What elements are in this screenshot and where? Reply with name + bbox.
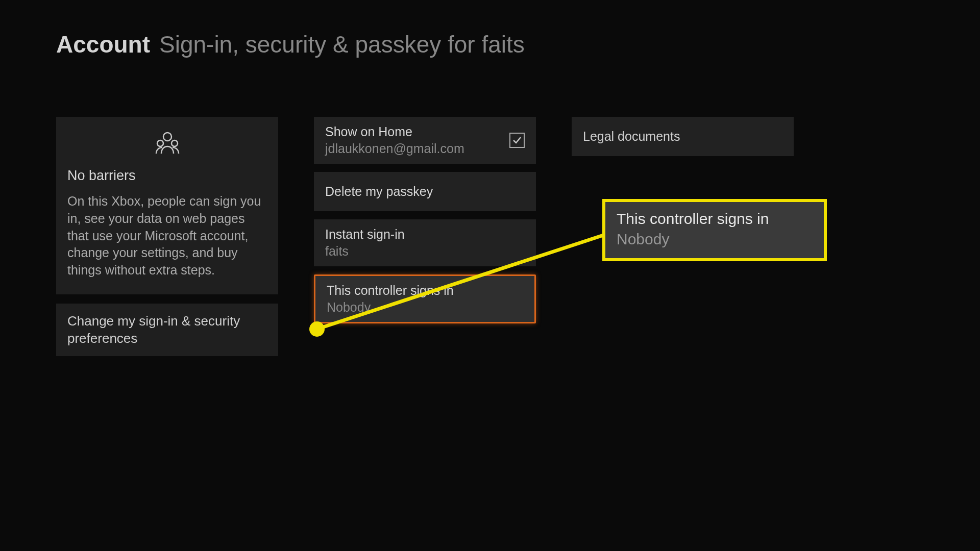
controller-signs-in-button[interactable]: This controller signs in Nobody <box>314 274 536 323</box>
controller-signs-in-title: This controller signs in <box>327 283 454 298</box>
show-on-home-checkbox[interactable] <box>509 133 525 148</box>
callout-box: This controller signs in Nobody <box>602 199 827 261</box>
callout-title: This controller signs in <box>617 210 813 228</box>
column-info: No barriers On this Xbox, people can sig… <box>56 117 278 356</box>
header-section: Account <box>56 31 150 58</box>
page-header: Account Sign-in, security & passkey for … <box>0 0 980 58</box>
people-icon <box>67 131 267 158</box>
instant-signin-sub: faits <box>325 244 405 259</box>
controller-signs-in-sub: Nobody <box>327 300 454 315</box>
info-card: No barriers On this Xbox, people can sig… <box>56 117 278 294</box>
svg-point-1 <box>157 140 163 146</box>
column-options: Show on Home jdlaukkonen@gmail.com Delet… <box>314 117 536 356</box>
delete-passkey-title: Delete my passkey <box>325 184 433 199</box>
header-subtitle: Sign-in, security & passkey for faits <box>159 31 525 58</box>
svg-point-2 <box>172 140 178 146</box>
info-title: No barriers <box>67 168 267 184</box>
page-title: Account Sign-in, security & passkey for … <box>56 31 980 58</box>
show-on-home-sub: jdlaukkonen@gmail.com <box>325 141 464 156</box>
info-body: On this Xbox, people can sign you in, se… <box>67 193 267 279</box>
change-preferences-button[interactable]: Change my sign-in & security preferences <box>56 304 278 357</box>
legal-documents-label: Legal documents <box>583 129 782 144</box>
content-columns: No barriers On this Xbox, people can sig… <box>0 58 980 356</box>
svg-point-0 <box>163 133 172 141</box>
change-preferences-label: Change my sign-in & security preferences <box>67 313 267 347</box>
show-on-home-title: Show on Home <box>325 124 464 139</box>
instant-signin-title: Instant sign-in <box>325 227 405 242</box>
delete-passkey-button[interactable]: Delete my passkey <box>314 172 536 211</box>
legal-documents-button[interactable]: Legal documents <box>572 117 794 156</box>
callout-dot-icon <box>309 321 325 337</box>
instant-signin-button[interactable]: Instant sign-in faits <box>314 219 536 266</box>
show-on-home-button[interactable]: Show on Home jdlaukkonen@gmail.com <box>314 117 536 164</box>
callout-sub: Nobody <box>617 231 813 248</box>
